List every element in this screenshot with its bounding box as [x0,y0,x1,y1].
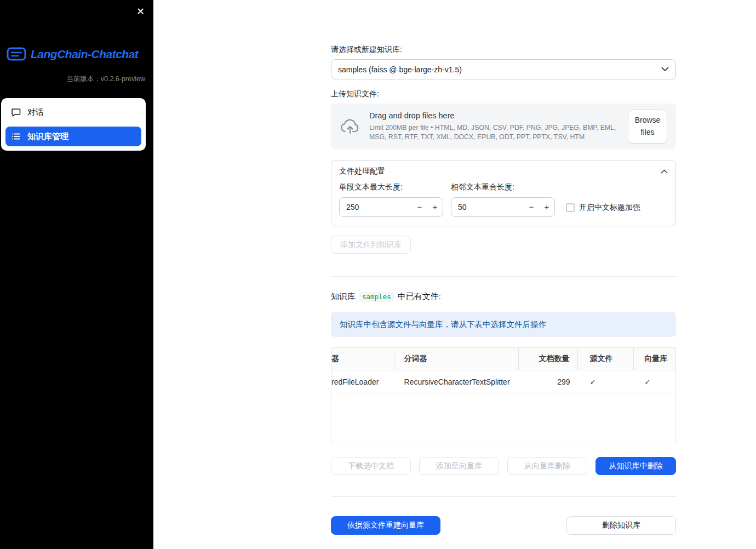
dropzone-hint: Limit 200MB per file • HTML, MD, JSON, C… [369,123,619,141]
table-header-row: 器 分词器 文档数量 源文件 向量库 [331,348,675,370]
overlap-group: 相邻文本重合长度: 50 − + [451,182,555,217]
version-text: 当前版本：v0.2.6-preview [0,75,145,84]
expander-header[interactable]: 文件处理配置 [331,161,675,182]
table-empty-area [331,393,675,443]
check-icon: ✓ [590,378,597,386]
sidebar-close-button[interactable]: ✕ [134,4,147,19]
divider [331,496,676,497]
browse-files-button[interactable]: Browse files [628,110,667,143]
sidebar: ✕ LangChain-Chatchat 当前版本：v0.2.6-preview… [0,0,153,549]
plus-button[interactable]: + [539,197,554,217]
max-length-input[interactable]: 250 − + [339,197,443,217]
max-length-value: 250 [340,203,412,211]
chevron-down-icon [661,67,669,72]
files-table: 器 分词器 文档数量 源文件 向量库 redFileLoader Recursi… [331,347,676,443]
divider [331,276,676,277]
sidebar-item-knowledge-base[interactable]: 知识库管理 [5,127,141,146]
chat-bubble-icon [11,107,21,117]
table-header-loader[interactable]: 器 [331,348,394,370]
sidebar-item-label: 对话 [27,107,44,118]
dropzone-title: Drag and drop files here [369,111,619,120]
cell-source-check: ✓ [578,370,634,393]
expander-title: 文件处理配置 [339,167,385,176]
logo: LangChain-Chatchat [7,46,147,62]
plus-button[interactable]: + [427,197,443,217]
cell-loader: redFileLoader [331,370,394,393]
table-header-splitter[interactable]: 分词器 [394,348,519,370]
logo-text: LangChain-Chatchat [31,48,138,61]
delete-kb-button[interactable]: 删除知识库 [566,516,676,535]
minus-button[interactable]: − [524,197,539,217]
sidebar-menu: 对话 知识库管理 [1,98,146,151]
cell-vector-check: ✓ [634,370,675,393]
chevron-up-icon [661,169,668,174]
max-length-label: 单段文本最大长度: [339,182,443,192]
add-to-vector-store-button[interactable]: 添加至向量库 [419,457,499,475]
kb-files-heading: 知识库 samples 中已有文件: [331,291,676,302]
download-selected-button[interactable]: 下载选中文档 [331,457,411,475]
kb-files-suffix: 中已有文件: [398,291,441,302]
close-icon: ✕ [136,6,145,17]
kb-select[interactable]: samples (faiss @ bge-large-zh-v1.5) [331,59,676,79]
file-actions: 下载选中文档 添加至向量库 从向量库删除 从知识库中删除 [331,457,676,475]
rebuild-vector-store-button[interactable]: 依据源文件重建向量库 [331,516,440,535]
logo-icon [7,46,26,62]
main-area: 请选择或新建知识库: samples (faiss @ bge-large-zh… [153,0,756,549]
content-column: 请选择或新建知识库: samples (faiss @ bge-large-zh… [331,0,676,535]
sidebar-item-dialogue[interactable]: 对话 [5,102,141,122]
info-alert: 知识库中包含源文件与向量库，请从下表中选择文件后操作 [331,312,676,337]
checkbox-icon [566,203,575,212]
kb-files-prefix: 知识库 [331,291,356,302]
table-header-source-file[interactable]: 源文件 [578,348,634,370]
checkbox-label: 开启中文标题加强 [579,203,640,213]
app-root: ✕ LangChain-Chatchat 当前版本：v0.2.6-preview… [0,0,756,549]
upload-label: 上传知识文件: [331,89,676,99]
file-dropzone[interactable]: Drag and drop files here Limit 200MB per… [331,104,676,150]
cell-splitter: RecursiveCharacterTextSplitter [394,370,519,393]
kb-select-label: 请选择或新建知识库: [331,45,676,55]
minus-button[interactable]: − [412,197,427,217]
kb-select-value: samples (faiss @ bge-large-zh-v1.5) [338,65,661,74]
delete-from-kb-button[interactable]: 从知识库中删除 [595,457,676,475]
kb-name-code: samples [359,291,394,302]
add-files-button[interactable]: 添加文件到知识库 [331,236,411,254]
zh-title-enhance-checkbox[interactable]: 开启中文标题加强 [566,203,640,213]
check-icon: ✓ [644,378,651,386]
delete-from-vector-store-button[interactable]: 从向量库删除 [507,457,587,475]
list-icon [11,131,21,141]
sidebar-item-label: 知识库管理 [27,131,68,142]
expander-body: 单段文本最大长度: 250 − + 相邻文本重合长度: 50 − + [331,182,675,226]
dropzone-texts: Drag and drop files here Limit 200MB per… [369,111,619,141]
overlap-input[interactable]: 50 − + [451,197,555,217]
cloud-upload-icon [340,118,360,135]
overlap-label: 相邻文本重合长度: [451,182,555,192]
max-length-group: 单段文本最大长度: 250 − + [339,182,443,217]
file-config-expander: 文件处理配置 单段文本最大长度: 250 − + [331,160,676,226]
bottom-actions: 依据源文件重建向量库 删除知识库 [331,516,676,535]
table-header-doc-count[interactable]: 文档数量 [519,348,578,370]
table-row[interactable]: redFileLoader RecursiveCharacterTextSpli… [331,370,675,393]
overlap-value: 50 [451,203,524,211]
table-header-vector-store[interactable]: 向量库 [634,348,675,370]
cell-doc-count: 299 [519,370,578,393]
